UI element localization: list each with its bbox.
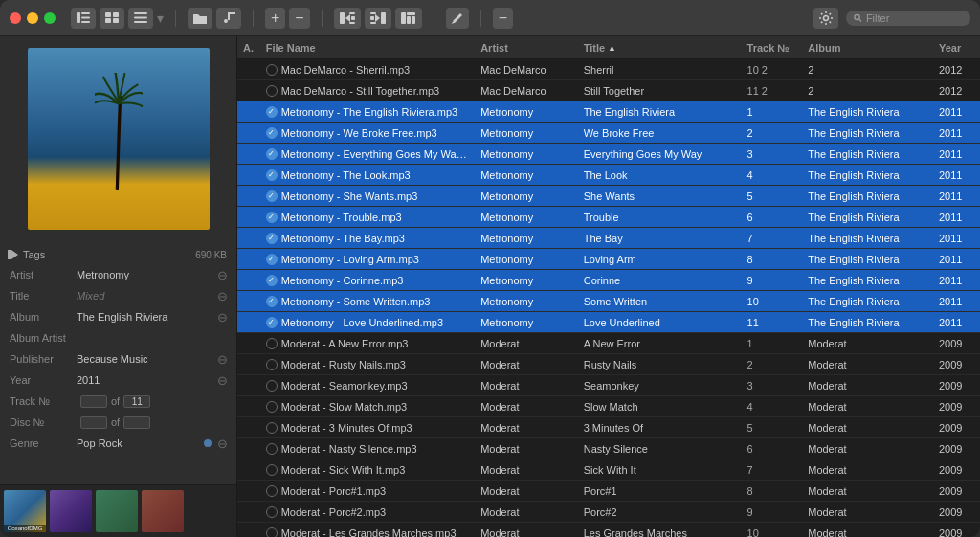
check-icon[interactable] — [266, 422, 278, 434]
year-value[interactable]: 2011 — [77, 374, 212, 386]
table-row[interactable]: ✓ Metronomy - She Wants.mp3 Metronomy Sh… — [237, 186, 980, 207]
table-row[interactable]: ✓ Metronomy - Trouble.mp3 Metronomy Trou… — [237, 207, 980, 228]
row-filename: ✓ Metronomy - The Bay.mp3 — [260, 233, 475, 244]
folder-button[interactable] — [188, 8, 212, 29]
check-icon[interactable] — [266, 338, 278, 349]
close-button[interactable] — [10, 12, 21, 24]
table-row[interactable]: Mac DeMarco - Sherril.mp3 Mac DeMarco Sh… — [237, 59, 980, 80]
check-icon[interactable]: ✓ — [266, 317, 278, 328]
table-row[interactable]: ✓ Metronomy - The Look.mp3 Metronomy The… — [237, 165, 980, 186]
table-row[interactable]: ✓ Metronomy - The English Riviera.mp3 Me… — [237, 101, 980, 123]
add-button[interactable]: + — [265, 8, 285, 29]
col-header-title[interactable]: Title ▲ — [578, 36, 742, 58]
track-current-input[interactable] — [80, 395, 107, 408]
sidebar-toggle-button[interactable] — [71, 8, 96, 29]
minimize-button[interactable] — [27, 12, 38, 24]
save-all-button[interactable] — [395, 8, 422, 29]
check-icon[interactable] — [266, 527, 278, 538]
col-header-album[interactable]: Album — [802, 36, 933, 58]
check-icon[interactable] — [266, 401, 278, 413]
row-track: 8 — [742, 485, 803, 497]
check-icon[interactable]: ✓ — [266, 106, 278, 118]
table-row[interactable]: Moderat - Seamonkey.mp3 Moderat Seamonke… — [237, 375, 980, 396]
col-header-artist[interactable]: Artist — [475, 36, 578, 58]
genre-clear-icon[interactable]: ⊖ — [215, 436, 229, 451]
remove-button[interactable]: − — [289, 8, 309, 29]
album-clear-icon[interactable]: ⊖ — [215, 310, 229, 324]
check-icon[interactable] — [266, 380, 278, 392]
check-icon[interactable] — [266, 359, 278, 370]
check-icon[interactable] — [266, 64, 278, 76]
disc-current-input[interactable] — [80, 416, 107, 429]
check-icon[interactable]: ✓ — [266, 190, 278, 202]
table-row[interactable]: Moderat - Porc#1.mp3 Moderat Porc#1 8 Mo… — [237, 481, 980, 502]
view-button-2[interactable] — [128, 8, 153, 29]
genre-value[interactable]: Pop Rock — [77, 437, 200, 449]
check-icon[interactable] — [266, 485, 278, 497]
table-row[interactable]: ✓ Metronomy - Love Underlined.mp3 Metron… — [237, 312, 980, 333]
table-row[interactable]: ✓ Metronomy - Loving Arm.mp3 Metronomy L… — [237, 249, 980, 270]
album-value[interactable]: The English Riviera — [77, 311, 212, 323]
settings-button[interactable] — [813, 8, 838, 29]
album-row: Album The English Riviera ⊖ — [0, 306, 236, 327]
row-title: Trouble — [578, 212, 742, 223]
music-button[interactable] — [216, 8, 241, 29]
table-row[interactable]: Moderat - A New Error.mp3 Moderat A New … — [237, 333, 980, 354]
check-icon[interactable]: ✓ — [266, 233, 278, 244]
check-icon[interactable] — [266, 506, 278, 518]
table-row[interactable]: ✓ Metronomy - The Bay.mp3 Metronomy The … — [237, 228, 980, 249]
more-button[interactable]: − — [493, 8, 513, 29]
check-icon[interactable]: ✓ — [266, 254, 278, 265]
check-icon[interactable]: ✓ — [266, 127, 278, 139]
row-filename: Moderat - Porc#2.mp3 — [260, 506, 475, 518]
mini-thumb-4[interactable] — [142, 490, 184, 532]
col-header-num[interactable]: A. — [237, 36, 260, 58]
table-row[interactable]: ✓ Metronomy - Corinne.mp3 Metronomy Cori… — [237, 270, 980, 291]
table-row[interactable]: Moderat - Sick With It.mp3 Moderat Sick … — [237, 459, 980, 481]
table-row[interactable]: Moderat - Slow Match.mp3 Moderat Slow Ma… — [237, 396, 980, 417]
table-row[interactable]: ✓ Metronomy - Everything Goes My Way.mp3… — [237, 144, 980, 165]
check-icon[interactable]: ✓ — [266, 148, 278, 160]
track-total-input[interactable] — [123, 395, 150, 408]
row-track: 1 — [742, 106, 803, 118]
import-button[interactable] — [334, 8, 361, 29]
artist-value[interactable]: Metronomy — [77, 269, 212, 280]
maximize-button[interactable] — [44, 12, 56, 24]
check-icon[interactable] — [266, 443, 278, 455]
row-track: 7 — [742, 464, 803, 476]
table-row[interactable]: Moderat - 3 Minutes Of.mp3 Moderat 3 Min… — [237, 417, 980, 438]
table-row[interactable]: Moderat - Porc#2.mp3 Moderat Porc#2 9 Mo… — [237, 502, 980, 523]
year-clear-icon[interactable]: ⊖ — [215, 373, 229, 388]
filter-box[interactable] — [846, 11, 970, 26]
check-icon[interactable]: ✓ — [266, 275, 278, 286]
title-value[interactable]: Mixed — [77, 290, 212, 302]
artist-clear-icon[interactable]: ⊖ — [215, 268, 229, 282]
check-icon[interactable]: ✓ — [266, 296, 278, 307]
disc-total-input[interactable] — [123, 416, 150, 429]
table-row[interactable]: Moderat - Nasty Silence.mp3 Moderat Nast… — [237, 438, 980, 459]
check-icon[interactable] — [266, 85, 278, 97]
col-header-track[interactable]: Track № — [742, 36, 803, 58]
publisher-value[interactable]: Because Music — [77, 353, 212, 365]
row-artist: Moderat — [475, 380, 578, 392]
edit-button[interactable] — [446, 8, 469, 29]
table-row[interactable]: Moderat - Les Grandes Marches.mp3 Modera… — [237, 523, 980, 537]
table-row[interactable]: Moderat - Rusty Nails.mp3 Moderat Rusty … — [237, 354, 980, 375]
table-row[interactable]: ✓ Metronomy - We Broke Free.mp3 Metronom… — [237, 123, 980, 144]
export-button[interactable] — [365, 8, 391, 29]
check-icon[interactable]: ✓ — [266, 212, 278, 223]
table-row[interactable]: ✓ Metronomy - Some Written.mp3 Metronomy… — [237, 291, 980, 312]
col-header-year[interactable]: Year — [933, 36, 980, 58]
mini-thumb-1[interactable]: OceanofDMG — [4, 490, 46, 532]
table-row[interactable]: Mac DeMarco - Still Together.mp3 Mac DeM… — [237, 80, 980, 101]
check-icon[interactable] — [266, 464, 278, 476]
filter-input[interactable] — [866, 12, 963, 24]
col-header-filename[interactable]: File Name — [260, 36, 475, 58]
mini-thumb-2[interactable] — [50, 490, 92, 532]
row-year: 2009 — [933, 422, 980, 434]
check-icon[interactable]: ✓ — [266, 169, 278, 181]
layout-button[interactable] — [100, 8, 124, 29]
publisher-clear-icon[interactable]: ⊖ — [215, 352, 229, 367]
mini-thumb-3[interactable] — [96, 490, 138, 532]
title-clear-icon[interactable]: ⊖ — [215, 289, 229, 303]
